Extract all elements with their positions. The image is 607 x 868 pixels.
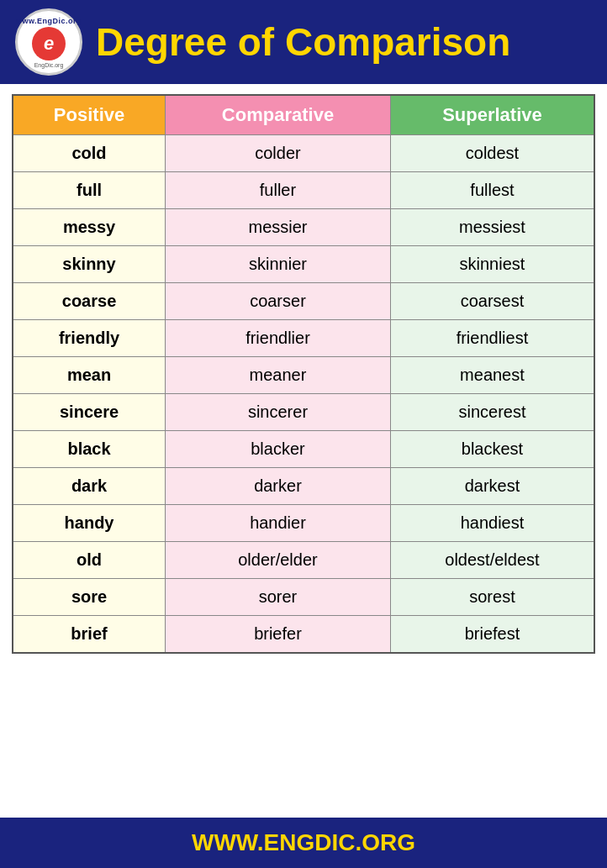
cell-r13-c0: brief [13,616,166,654]
cell-r4-c0: coarse [13,283,166,320]
cell-r5-c2: friendliest [390,320,594,357]
table-row: handyhandierhandiest [13,505,594,542]
table-row: meanmeanermeanest [13,357,594,394]
page-footer: WWW.ENGDIC.ORG [0,818,607,868]
cell-r9-c1: darker [166,468,391,505]
cell-r7-c1: sincerer [166,394,391,431]
cell-r9-c2: darkest [390,468,594,505]
table-row: sinceresincerersincerest [13,394,594,431]
cell-r11-c2: oldest/eldest [390,542,594,579]
cell-r0-c2: coldest [390,135,594,172]
col-positive: Positive [13,95,166,135]
logo-letter: e [44,33,54,55]
cell-r3-c0: skinny [13,246,166,283]
cell-r11-c1: older/elder [166,542,391,579]
table-row: darkdarkerdarkest [13,468,594,505]
cell-r7-c2: sincerest [390,394,594,431]
table-row: oldolder/elderoldest/eldest [13,542,594,579]
cell-r0-c0: cold [13,135,166,172]
cell-r1-c2: fullest [390,172,594,209]
cell-r1-c1: fuller [166,172,391,209]
cell-r1-c0: full [13,172,166,209]
table-header-row: Positive Comparative Superlative [13,95,594,135]
cell-r13-c1: briefer [166,616,391,654]
logo-e-badge: e [32,27,66,60]
cell-r5-c1: friendlier [166,320,391,357]
logo-bottom-text: EngDic.org [34,62,64,68]
col-superlative: Superlative [390,95,594,135]
footer-www: WWW. [192,829,264,855]
cell-r6-c1: meaner [166,357,391,394]
table-row: soresorersorest [13,579,594,616]
page-title: Degree of Comparison [96,19,510,65]
cell-r12-c2: sorest [390,579,594,616]
cell-r4-c2: coarsest [390,283,594,320]
cell-r0-c1: colder [166,135,391,172]
cell-r4-c1: coarser [166,283,391,320]
table-row: friendlyfriendlierfriendliest [13,320,594,357]
cell-r10-c1: handier [166,505,391,542]
logo-top-text: www.EngDic.org [16,17,82,25]
cell-r8-c2: blackest [390,431,594,468]
page-header: www.EngDic.org e EngDic.org Degree of Co… [0,0,607,84]
cell-r3-c1: skinnier [166,246,391,283]
title-highlight: Comparison [285,20,510,64]
table-row: skinnyskinnierskinniest [13,246,594,283]
footer-org: .ORG [355,829,415,855]
table-row: coarsecoarsercoarsest [13,283,594,320]
footer-brand: ENGDIC [264,829,356,855]
cell-r6-c2: meanest [390,357,594,394]
cell-r10-c0: handy [13,505,166,542]
cell-r11-c0: old [13,542,166,579]
cell-r12-c1: sorer [166,579,391,616]
cell-r2-c0: messy [13,209,166,246]
table-row: messymessiermessiest [13,209,594,246]
cell-r5-c0: friendly [13,320,166,357]
cell-r9-c0: dark [13,468,166,505]
cell-r13-c2: briefest [390,616,594,654]
cell-r8-c0: black [13,431,166,468]
table-row: blackblackerblackest [13,431,594,468]
cell-r10-c2: handiest [390,505,594,542]
table-row: coldcoldercoldest [13,135,594,172]
footer-text: WWW.ENGDIC.ORG [0,829,607,856]
comparison-table: Positive Comparative Superlative coldcol… [12,94,595,654]
logo: www.EngDic.org e EngDic.org [15,8,82,76]
cell-r2-c1: messier [166,209,391,246]
cell-r6-c0: mean [13,357,166,394]
cell-r12-c0: sore [13,579,166,616]
cell-r8-c1: blacker [166,431,391,468]
title-plain: Degree of [96,20,285,64]
cell-r2-c2: messiest [390,209,594,246]
table-row: briefbrieferbriefest [13,616,594,654]
cell-r3-c2: skinniest [390,246,594,283]
table-row: fullfullerfullest [13,172,594,209]
table-wrapper: Positive Comparative Superlative coldcol… [0,84,607,818]
cell-r7-c0: sincere [13,394,166,431]
col-comparative: Comparative [166,95,391,135]
